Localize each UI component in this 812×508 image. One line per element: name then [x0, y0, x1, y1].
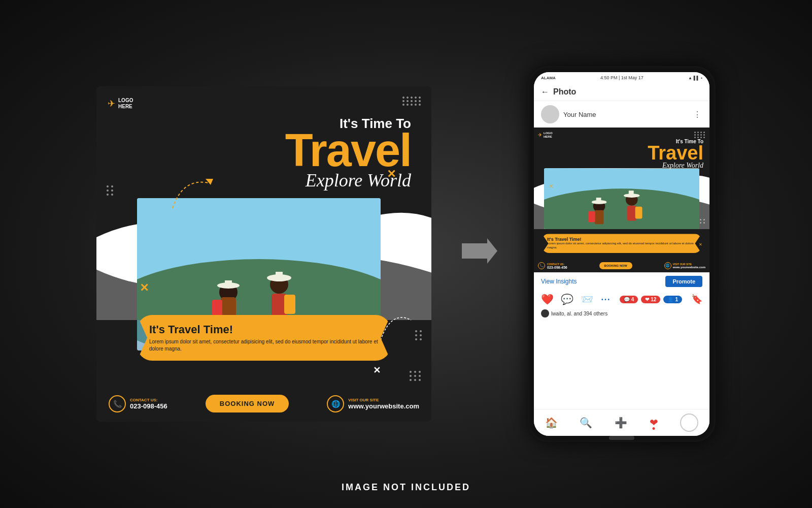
mini-dot-grid	[694, 132, 705, 138]
main-wrapper: ✈ LOGO HERE It's Time To Travel Explore …	[0, 0, 812, 508]
logo-text: LOGO HERE	[118, 98, 133, 110]
status-time: 4:50 PM | 1st May 17	[600, 75, 644, 80]
logo-area: ✈ LOGO HERE	[108, 98, 133, 110]
mini-contact-label: CONTACT US:	[547, 263, 567, 266]
photo-header-title: Photo	[553, 87, 576, 97]
search-nav-icon[interactable]: 🔍	[580, 417, 592, 429]
likes-dot	[541, 309, 549, 318]
heart-badge-count: 12	[651, 297, 656, 302]
booking-button[interactable]: BOOKING NOW	[206, 395, 289, 412]
svg-rect-10	[276, 272, 283, 279]
photo-header: ← Photo	[534, 83, 709, 101]
bookmark-icon[interactable]: 🔖	[691, 294, 702, 305]
add-nav-icon[interactable]: ➕	[615, 417, 627, 429]
dot-indicators: • • •	[601, 297, 610, 302]
dot-grid-mid-right	[415, 330, 422, 340]
svg-rect-12	[284, 295, 295, 314]
mini-bottom-bar: 📞 CONTACT US: 023-098-456 BOOKING NOW 🌐 …	[534, 262, 709, 269]
phone-bottom-nav: 🏠 🔍 ➕ ❤	[534, 409, 709, 436]
comment-badge-count: 4	[631, 297, 634, 302]
dot-grid-top-right	[402, 97, 421, 106]
globe-icon: 🌐	[327, 395, 344, 412]
mini-contact-num: 023-098-456	[547, 266, 567, 269]
svg-marker-0	[206, 179, 213, 185]
dot-grid-bottom-right	[410, 371, 421, 381]
mini-globe-icon: 🌐	[664, 262, 671, 269]
heart-badge: ❤ 12	[641, 296, 660, 303]
svg-rect-24	[629, 190, 634, 197]
website-text: VISIT OUR SITE www.yourwebsite.com	[348, 398, 419, 410]
comment-badge-icon: 💬	[624, 297, 630, 302]
battery-icon: ▪	[701, 76, 702, 80]
arrow-between	[462, 238, 497, 270]
mini-phone-icon: 📞	[538, 262, 545, 269]
mini-travel-text: Travel	[648, 144, 703, 162]
svg-rect-5	[225, 280, 232, 287]
mini-dots-left	[538, 188, 544, 193]
more-options-button[interactable]: ⋮	[693, 110, 702, 119]
mini-website: 🌐 VISIT OUR SITE www.yourwebsite.com	[664, 262, 705, 269]
wifi-icon: ▲	[688, 76, 692, 80]
bottom-bar: 📞 CONTACT US: 023-098-456 BOOKING NOW 🌐 …	[96, 395, 431, 412]
profile-nav-icon[interactable]	[680, 414, 698, 432]
promote-button[interactable]: Promote	[665, 276, 702, 287]
mini-heading: It's Time To Travel Explore World	[648, 139, 703, 170]
mini-booking-btn[interactable]: BOOKING NOW	[599, 262, 632, 269]
svg-rect-25	[627, 206, 636, 221]
mini-logo: ✈ LOGO HERE	[538, 132, 553, 138]
phone-home-button[interactable]	[609, 436, 634, 440]
mini-dots-right	[700, 219, 705, 224]
heart-reaction-icon[interactable]: ❤️	[541, 293, 554, 305]
svg-rect-21	[588, 211, 595, 223]
contact-label: CONTACT US:	[130, 398, 167, 402]
status-carrier: ALAMA	[541, 76, 556, 80]
status-bar: ALAMA 4:50 PM | 1st May 17 ▲ ▌▌ ▪	[534, 72, 709, 83]
likes-description: lwaito, al. and 394 others	[551, 311, 607, 316]
mini-post: ✈ LOGO HERE It's Time To	[534, 128, 709, 272]
phone-screen: ALAMA 4:50 PM | 1st May 17 ▲ ▌▌ ▪ ← Phot…	[534, 72, 709, 436]
mini-travel-desc: Lorem ipsum dolor sit amet, consectetur …	[547, 242, 696, 250]
website-url: www.yourwebsite.com	[348, 402, 419, 410]
heart-nav-icon[interactable]: ❤	[650, 417, 658, 429]
comment-badge: 💬 4	[620, 296, 638, 303]
user-avatar	[541, 105, 559, 123]
svg-rect-20	[595, 210, 604, 225]
share-icon[interactable]: 📨	[581, 293, 593, 305]
mini-plus-2: ✕	[699, 242, 702, 247]
travel-time-desc: Lorem ipsum dolor sit amet, consectetur …	[149, 338, 379, 353]
arrow-decoration	[162, 168, 223, 220]
mini-website-info: VISIT OUR SITE www.yourwebsite.com	[673, 263, 705, 269]
comment-icon[interactable]: 💬	[561, 293, 573, 305]
mini-plus-1: ✕	[549, 183, 553, 189]
likes-text: lwaito, al. and 394 others	[534, 308, 709, 320]
travel-text: Travel	[285, 130, 411, 171]
website-label: VISIT OUR SITE	[348, 398, 419, 402]
insights-row: View Insights Promote	[534, 272, 709, 290]
mini-website-url: www.yourwebsite.com	[673, 266, 705, 269]
view-insights-link[interactable]: View Insights	[541, 278, 577, 285]
mini-logo-text: LOGO HERE	[544, 132, 553, 138]
mini-image-area	[544, 168, 699, 229]
plus-decoration-2: ✕	[140, 281, 149, 295]
svg-marker-14	[462, 238, 497, 264]
svg-rect-26	[635, 207, 642, 219]
mini-contact-info: CONTACT US: 023-098-456	[547, 263, 567, 269]
person-badge-icon: 👤	[667, 297, 673, 302]
reaction-bar: ❤️ 💬 📨 • • • 💬 4 ❤ 12	[534, 290, 709, 308]
svg-rect-7	[212, 300, 222, 318]
phone-mockup: ALAMA 4:50 PM | 1st May 17 ▲ ▌▌ ▪ ← Phot…	[528, 66, 716, 442]
person-badge-count: 1	[675, 297, 678, 302]
back-button[interactable]: ←	[541, 87, 549, 97]
svg-rect-19	[596, 198, 601, 203]
mini-contact: 📞 CONTACT US: 023-098-456	[538, 262, 567, 269]
user-left: Your Name	[541, 105, 596, 123]
website-info: 🌐 VISIT OUR SITE www.yourwebsite.com	[327, 395, 419, 412]
home-nav-icon[interactable]: 🏠	[545, 417, 558, 429]
post-card: ✈ LOGO HERE It's Time To Travel Explore …	[96, 86, 431, 422]
status-icons: ▲ ▌▌ ▪	[688, 76, 702, 80]
phone-circle-icon: 📞	[109, 395, 126, 412]
orange-banner: It's Travel Time! Lorem ipsum dolor sit …	[137, 315, 391, 361]
plus-decoration-1: ✕	[387, 168, 396, 181]
travel-time-title: It's Travel Time!	[149, 323, 379, 336]
user-name: Your Name	[563, 111, 596, 118]
